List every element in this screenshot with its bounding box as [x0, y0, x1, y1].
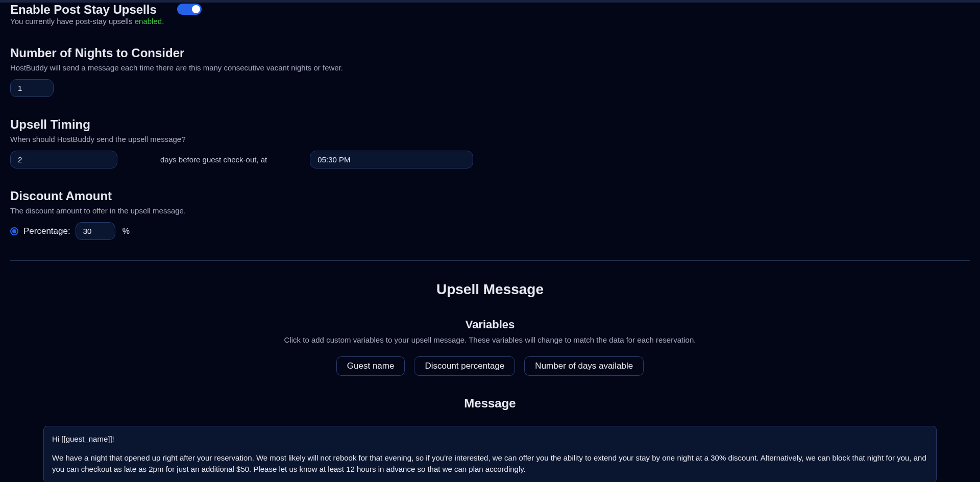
percent-sign: %: [122, 227, 130, 236]
variables-heading: Variables: [10, 318, 970, 331]
percentage-radio[interactable]: [10, 227, 18, 235]
message-greeting: Hi [[guest_name]]!: [52, 433, 928, 445]
enable-desc-prefix: You currently have post-stay upsells: [10, 17, 135, 26]
toggle-knob: [192, 5, 200, 13]
discount-row: Percentage: %: [10, 222, 970, 240]
message-body: We have a night that opened up right aft…: [52, 452, 928, 475]
nights-section: Number of Nights to Consider HostBuddy w…: [10, 46, 970, 97]
enable-status: enabled: [135, 17, 162, 26]
enable-toggle[interactable]: [177, 4, 202, 15]
timing-time-input[interactable]: [310, 151, 473, 168]
nights-desc: HostBuddy will send a message each time …: [10, 63, 970, 72]
message-textarea[interactable]: Hi [[guest_name]]! We have a night that …: [43, 426, 937, 482]
settings-content: Enable Post Stay Upsells You currently h…: [0, 3, 980, 482]
discount-desc: The discount amount to offer in the upse…: [10, 206, 970, 215]
nights-input[interactable]: [10, 79, 54, 97]
radio-dot: [12, 229, 16, 233]
pill-num-days[interactable]: Number of days available: [524, 356, 644, 376]
pill-discount-percentage[interactable]: Discount percentage: [414, 356, 515, 376]
timing-mid-label: days before guest check-out, at: [160, 155, 267, 164]
discount-title: Discount Amount: [10, 189, 970, 203]
variables-desc: Click to add custom variables to your up…: [10, 335, 970, 344]
upsell-message-section: Upsell Message Variables Click to add cu…: [10, 281, 970, 411]
discount-value-input[interactable]: [76, 222, 115, 240]
timing-days-input[interactable]: [10, 151, 117, 168]
timing-row: days before guest check-out, at: [10, 151, 970, 168]
discount-section: Discount Amount The discount amount to o…: [10, 189, 970, 240]
pill-guest-name[interactable]: Guest name: [336, 356, 405, 376]
percentage-label: Percentage:: [23, 226, 70, 236]
divider: [10, 260, 970, 261]
enable-section: Enable Post Stay Upsells You currently h…: [10, 3, 970, 26]
enable-desc-suffix: .: [162, 17, 164, 26]
enable-desc: You currently have post-stay upsells ena…: [10, 17, 970, 26]
timing-section: Upsell Timing When should HostBuddy send…: [10, 117, 970, 168]
upsell-heading: Upsell Message: [10, 281, 970, 298]
nights-title: Number of Nights to Consider: [10, 46, 970, 60]
enable-title: Enable Post Stay Upsells: [10, 3, 157, 17]
timing-desc: When should HostBuddy send the upsell me…: [10, 135, 970, 143]
timing-title: Upsell Timing: [10, 117, 970, 132]
variable-pills: Guest name Discount percentage Number of…: [10, 356, 970, 376]
message-heading: Message: [10, 396, 970, 411]
